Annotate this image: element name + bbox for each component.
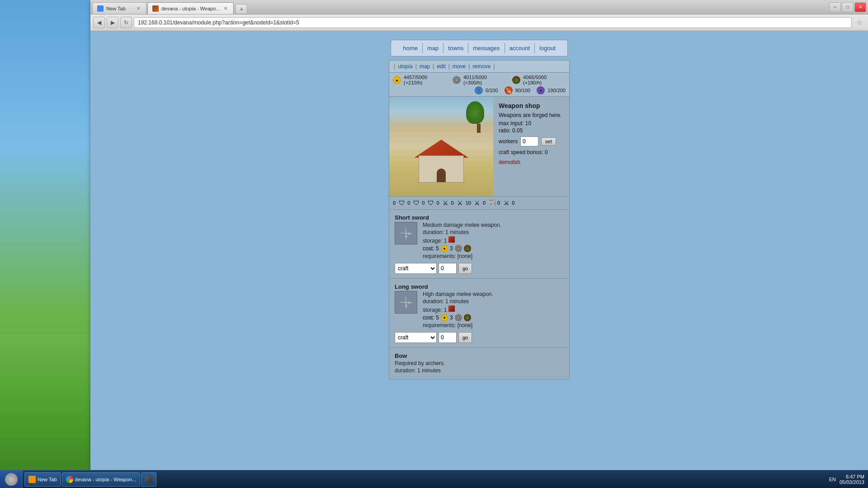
- building-roof: [414, 140, 468, 158]
- equip-icon-1: 🛡: [397, 198, 406, 207]
- building-walls: [419, 155, 464, 183]
- equip-count-7: 0: [497, 200, 500, 206]
- subnav-edit[interactable]: edit: [435, 62, 447, 70]
- tab-new-tab[interactable]: New Tab ✕: [92, 2, 146, 14]
- short-sword-image: ⚔: [395, 222, 417, 244]
- gold-icon: ●: [393, 76, 401, 84]
- set-workers-button[interactable]: set: [541, 137, 556, 145]
- equip-icon-5: ⚔: [456, 198, 465, 207]
- tab-close-new[interactable]: ✕: [135, 5, 142, 12]
- resource-row-primary: ● 4457/5000 (+210/h) ⬡ 4011/5000 (+300/h…: [393, 75, 566, 85]
- subnav-move[interactable]: move: [451, 62, 467, 70]
- resource-bar: ● 4457/5000 (+210/h) ⬡ 4011/5000 (+300/h…: [389, 73, 569, 97]
- forward-button[interactable]: ▶: [107, 17, 118, 28]
- taskbar-items: New Tab devana - utopia - Weapon...: [23, 472, 826, 487]
- equip-item-5: ⚔ 10: [456, 198, 471, 207]
- equip-icon-2: 🛡: [412, 198, 421, 207]
- equip-item-4: ⚔ 0: [441, 198, 454, 207]
- short-sword-stone-icon: ⬡: [455, 245, 462, 252]
- address-bar[interactable]: [134, 17, 852, 28]
- short-sword-go-button[interactable]: go: [458, 263, 472, 274]
- tab-game[interactable]: devana - utopia - Weapo... ✕: [147, 2, 234, 14]
- short-sword-details: Medium damage melee weapon. duration: 1 …: [423, 222, 564, 260]
- maximize-button[interactable]: □: [842, 2, 854, 12]
- tree-decoration: [473, 106, 484, 133]
- workers-input[interactable]: [520, 136, 538, 146]
- taskbar-ie-label: New Tab: [38, 477, 57, 482]
- bookmark-star[interactable]: ☆: [854, 17, 865, 28]
- long-sword-gold-icon: ●: [441, 314, 448, 321]
- start-button[interactable]: [0, 470, 23, 488]
- taskbar-chrome-icon: [66, 476, 73, 483]
- long-sword-icon: ⚔: [396, 293, 415, 311]
- equip-item-2: 🛡 0: [412, 198, 425, 207]
- browser-titlebar: New Tab ✕ devana - utopia - Weapo... ✕ +…: [90, 0, 868, 14]
- tab-close-game[interactable]: ✕: [222, 5, 229, 12]
- resource-row-secondary: 👤 0/100 🍖 90/100 ✦ 190/200: [393, 86, 566, 94]
- equip-item-8: ⚔ 0: [502, 198, 514, 207]
- browser-window: New Tab ✕ devana - utopia - Weapo... ✕ +…: [90, 0, 868, 470]
- long-sword-body: ⚔ High damage melee weapon. duration: 1 …: [395, 291, 564, 329]
- browser-content: home map towns messages account logout |…: [90, 31, 868, 470]
- building-info: Weapon shop Weapons are forged here. max…: [493, 97, 569, 196]
- nav-towns[interactable]: towns: [443, 43, 468, 53]
- long-sword-duration: duration: 1 minutes: [423, 298, 564, 305]
- mana-value: 190/200: [547, 88, 566, 93]
- workers-row: workers set: [499, 136, 564, 146]
- long-sword-image: ⚔: [395, 291, 417, 314]
- long-sword-craft-select[interactable]: craft disassemble: [395, 332, 437, 343]
- taskbar-clock: 6:47 PM 05/03/2013: [840, 474, 864, 485]
- equip-item-3: 🛡 0: [426, 198, 439, 207]
- minimize-button[interactable]: ─: [829, 2, 841, 12]
- equip-count-2: 0: [422, 200, 425, 206]
- subnav-utopia[interactable]: utopia: [396, 62, 415, 70]
- taskbar-item-chrome[interactable]: devana - utopia - Weapon...: [62, 472, 141, 487]
- bow-name: Bow: [395, 352, 564, 359]
- taskbar-item-system[interactable]: [141, 472, 156, 487]
- short-sword-requirements: requirements: [none]: [423, 253, 564, 259]
- taskbar-item-ie[interactable]: New Tab: [24, 472, 61, 487]
- equip-item-1: 🛡 0: [397, 198, 410, 207]
- long-sword-name: Long sword: [395, 283, 564, 290]
- new-tab-button[interactable]: +: [236, 4, 247, 14]
- demolish-link[interactable]: demolish: [499, 159, 564, 165]
- equip-item-7: 🏹 0: [487, 198, 500, 207]
- building-door: [437, 169, 446, 182]
- gold-value: 4457/5000 (+210/h): [404, 75, 446, 85]
- close-button[interactable]: ✕: [854, 2, 866, 12]
- nav-messages[interactable]: messages: [468, 43, 505, 53]
- equip-count-4: 0: [451, 200, 454, 206]
- subnav-sep4: |: [468, 63, 470, 70]
- tree-leaves: [466, 101, 484, 124]
- equip-item-6: ⚔ 0: [473, 198, 486, 207]
- equipment-bar: 0 🛡 0 🛡 0 🛡 0 ⚔ 0 ⚔: [389, 197, 569, 210]
- building-max-input: max input: 10: [499, 120, 564, 127]
- nav-account[interactable]: account: [505, 43, 535, 53]
- refresh-button[interactable]: ↻: [120, 17, 132, 28]
- building-image: [389, 97, 493, 196]
- nav-home[interactable]: home: [398, 43, 423, 53]
- tree-trunk: [477, 124, 481, 133]
- back-button[interactable]: ◀: [93, 17, 105, 28]
- short-sword-craft-qty[interactable]: [439, 263, 457, 274]
- short-sword-name: Short sword: [395, 214, 564, 221]
- short-sword-body: ⚔ Medium damage melee weapon. duration: …: [395, 222, 564, 260]
- short-sword-craft-select[interactable]: craft disassemble: [395, 263, 437, 274]
- long-sword-craft-qty[interactable]: [439, 332, 457, 343]
- building-structure: [419, 142, 464, 183]
- equip-icon-6: ⚔: [473, 198, 482, 207]
- subnav-sep3: |: [448, 63, 450, 70]
- nav-map[interactable]: map: [423, 43, 443, 53]
- nav-logout[interactable]: logout: [535, 43, 560, 53]
- weapon-item-bow: Bow Required by archers. duration: 1 min…: [389, 348, 569, 379]
- weapon-item-long-sword: Long sword ⚔ High damage melee weapon. d…: [389, 279, 569, 348]
- wood-icon: 🌲: [512, 76, 520, 84]
- short-sword-gold-icon: ●: [441, 245, 448, 252]
- game-panel: | utopia | map | edit | move | remove | …: [389, 60, 570, 380]
- subnav-remove[interactable]: remove: [471, 62, 492, 70]
- long-sword-requirements: requirements: [none]: [423, 322, 564, 328]
- long-sword-go-button[interactable]: go: [458, 332, 472, 343]
- tab-favicon-game: [152, 5, 159, 12]
- subnav-map[interactable]: map: [418, 62, 432, 70]
- tab-label-new: New Tab: [106, 6, 126, 11]
